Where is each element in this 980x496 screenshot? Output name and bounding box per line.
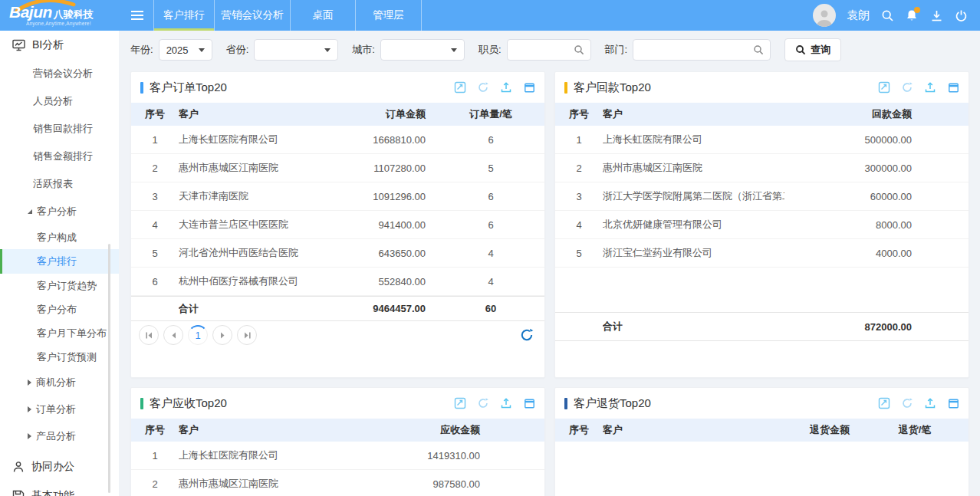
maximize-icon[interactable] xyxy=(947,81,959,94)
sidebar-item-bi-analysis[interactable]: BI分析 xyxy=(0,31,119,60)
table-row: 4 北京优妍健康管理有限公司 8000.00 xyxy=(555,211,968,239)
export-icon[interactable] xyxy=(500,397,512,409)
chart-view-icon[interactable] xyxy=(878,397,890,409)
pager: 1 xyxy=(131,325,544,345)
row-index: 6 xyxy=(131,276,179,287)
power-icon[interactable] xyxy=(954,8,968,22)
sidebar-item-collaborative-office[interactable]: 协同办公 xyxy=(0,452,119,481)
row-amount: 1419310.00 xyxy=(360,450,544,462)
staff-input-field[interactable] xyxy=(514,44,574,56)
menu-icon[interactable] xyxy=(121,0,153,31)
sidebar-group-opportunity-analysis[interactable]: 商机分析 xyxy=(0,369,119,396)
avatar[interactable] xyxy=(813,4,836,27)
tab-customer-ranking[interactable]: 客户排行 xyxy=(153,0,215,31)
chart-view-icon[interactable] xyxy=(454,81,466,94)
sidebar-item-customer-ranking[interactable]: 客户排行 xyxy=(0,249,119,274)
navbar-right: 袁朗 xyxy=(813,0,980,31)
total-label: 合计 xyxy=(603,320,784,333)
panel-accent-bar xyxy=(140,82,143,94)
dept-input-field[interactable] xyxy=(640,44,753,56)
pager-last-button[interactable] xyxy=(237,325,257,345)
dept-input[interactable] xyxy=(633,39,771,61)
maximize-icon[interactable] xyxy=(947,397,959,409)
sidebar-item-basic-functions[interactable]: 基本功能 xyxy=(0,481,119,496)
sidebar-item-personnel-analysis[interactable]: 人员分析 xyxy=(0,87,119,115)
query-button[interactable]: 查询 xyxy=(784,38,841,61)
sidebar-group-customer-analysis[interactable]: 客户分析 xyxy=(0,198,119,225)
total-label: 合计 xyxy=(179,302,303,316)
city-select[interactable] xyxy=(380,39,465,61)
row-index: 3 xyxy=(555,191,603,202)
panel-header: 客户退货Top20 xyxy=(555,388,968,419)
chart-view-icon[interactable] xyxy=(454,397,466,409)
sidebar-item-customer-composition[interactable]: 客户构成 xyxy=(0,225,119,249)
bi-chart-icon xyxy=(12,39,25,51)
maximize-icon[interactable] xyxy=(523,81,535,94)
panel-title: 客户应收Top20 xyxy=(150,396,227,411)
row-customer: 北京优妍健康管理有限公司 xyxy=(603,218,784,232)
search-icon[interactable] xyxy=(880,8,894,22)
row-customer: 上海长虹医院有限公司 xyxy=(179,448,360,462)
collapsed-triangle-icon xyxy=(28,379,31,386)
sidebar-item-customer-distribution[interactable]: 客户分布 xyxy=(0,297,119,321)
search-icon xyxy=(753,44,764,55)
staff-input[interactable] xyxy=(507,39,591,61)
brand-tagline: Anyone,Anytime,Anywhere! xyxy=(26,21,121,26)
notification-bell-icon[interactable] xyxy=(905,8,919,22)
tab-desktop[interactable]: 桌面 xyxy=(291,0,356,31)
row-index: 2 xyxy=(555,163,603,174)
table-row: 2 惠州市惠城区江南医院 987580.00 xyxy=(131,470,544,496)
row-count: 6 xyxy=(437,191,544,202)
row-amount: 941400.00 xyxy=(303,219,437,231)
pager-refresh-icon[interactable] xyxy=(517,325,537,345)
download-icon[interactable] xyxy=(929,8,943,22)
collapsed-triangle-icon xyxy=(28,433,31,439)
tab-marketing-meeting[interactable]: 营销会议分析 xyxy=(215,0,291,31)
row-count: 5 xyxy=(437,163,544,174)
export-icon[interactable] xyxy=(924,397,936,409)
city-label: 城市: xyxy=(352,43,375,57)
sidebar-group-order-analysis[interactable]: 订单分析 xyxy=(0,396,119,422)
panel-title: 客户订单Top20 xyxy=(150,80,227,95)
refresh-icon[interactable] xyxy=(477,397,489,409)
pager-next-button[interactable] xyxy=(212,325,232,345)
refresh-icon[interactable] xyxy=(477,81,489,94)
tab-management[interactable]: 管理层 xyxy=(356,0,422,31)
sidebar-item-customer-order-forecast[interactable]: 客户订货预测 xyxy=(0,345,119,369)
row-count: 4 xyxy=(437,248,544,259)
row-amount: 1091296.00 xyxy=(303,191,437,202)
row-amount: 1107280.00 xyxy=(303,163,437,174)
brand-logo[interactable]: Bajun 八骏科技 Anyone,Anytime,Anywhere! xyxy=(0,0,121,31)
pager-current-page[interactable]: 1 xyxy=(188,325,208,345)
search-icon xyxy=(795,44,806,55)
sidebar-item-marketing-meeting-analysis[interactable]: 营销会议分析 xyxy=(0,60,119,87)
year-select[interactable]: 2025 xyxy=(159,39,212,61)
sidebar-item-sales-payment-ranking[interactable]: 销售回款排行 xyxy=(0,115,119,143)
user-name[interactable]: 袁朗 xyxy=(847,8,870,23)
refresh-icon[interactable] xyxy=(901,81,913,94)
row-amount: 500000.00 xyxy=(784,134,968,146)
table-row: 2 惠州市惠城区江南医院 1107280.00 5 xyxy=(131,154,544,182)
sidebar-item-customer-order-trend[interactable]: 客户订货趋势 xyxy=(0,274,119,297)
maximize-icon[interactable] xyxy=(523,397,535,409)
export-icon[interactable] xyxy=(924,81,936,94)
row-amount: 1668810.00 xyxy=(303,134,437,146)
sidebar-item-sales-amount-ranking[interactable]: 销售金额排行 xyxy=(0,143,119,170)
row-index: 1 xyxy=(555,134,603,146)
table-row: 5 河北省沧州中西医结合医院 643650.00 4 xyxy=(131,239,544,268)
province-select[interactable] xyxy=(254,39,338,61)
sidebar-item-customer-monthly-orders[interactable]: 客户月下单分布 xyxy=(0,321,119,345)
sidebar-group-product-analysis[interactable]: 产品分析 xyxy=(0,422,119,449)
export-icon[interactable] xyxy=(500,81,512,94)
panel-header: 客户回款Top20 xyxy=(555,72,968,103)
pager-prev-button[interactable] xyxy=(163,325,183,345)
chart-view-icon[interactable] xyxy=(878,81,890,94)
total-amount: 872000.00 xyxy=(784,321,968,333)
sidebar: BI分析 营销会议分析 人员分析 销售回款排行 销售金额排行 活跃报表 客户分析… xyxy=(0,31,119,496)
expanded-triangle-icon xyxy=(28,209,32,214)
pager-first-button[interactable] xyxy=(139,325,159,345)
refresh-icon[interactable] xyxy=(901,397,913,409)
table-row: 1 上海长虹医院有限公司 500000.00 xyxy=(555,126,968,154)
sidebar-scrollbar[interactable] xyxy=(108,244,110,493)
sidebar-item-active-reports[interactable]: 活跃报表 xyxy=(0,170,119,198)
